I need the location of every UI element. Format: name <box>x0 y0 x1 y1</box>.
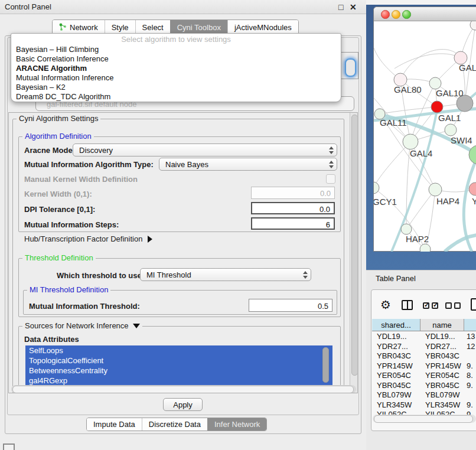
zoom-traffic-light-icon[interactable] <box>402 10 411 19</box>
table-row[interactable]: YER054CYER054C8. <box>372 371 476 381</box>
table-row[interactable]: YBR045CYBR045C9. <box>372 381 476 391</box>
expand-right-icon <box>148 236 152 243</box>
mi-type-combo[interactable]: Naive Bayes <box>159 158 337 171</box>
dropdown-item[interactable]: Mutual Information Inference <box>11 73 341 83</box>
dropdown-item[interactable]: Bayesian – K2 <box>11 83 341 92</box>
network-node[interactable] <box>470 21 476 30</box>
list-item-selected[interactable]: TopologicalCoefficient <box>25 356 332 366</box>
network-node[interactable] <box>469 182 476 195</box>
node-label: GCY1 <box>374 197 397 207</box>
network-node[interactable] <box>429 183 442 196</box>
scrollbar-thumb[interactable] <box>374 415 473 423</box>
list-item-selected[interactable]: gal4RGexp <box>25 376 332 386</box>
expand-down-icon[interactable] <box>133 324 140 328</box>
dropdown-item[interactable]: Basic Correlation Inference <box>11 54 341 64</box>
gear-icon[interactable]: ⚙ <box>380 298 391 312</box>
deselect-all-checkbox-icon[interactable] <box>454 302 461 309</box>
list-scrollbar-thumb[interactable] <box>322 347 329 383</box>
table-row[interactable]: YLR345WYLR345W9. <box>372 400 476 410</box>
settings-horizontal-scrollbar[interactable] <box>11 385 356 393</box>
dropdown-item[interactable]: Dream8 DC_TDC Algorithm <box>11 92 341 102</box>
select-all-checkbox-icon[interactable]: ✓ <box>423 302 429 309</box>
column-header-partial[interactable] <box>464 319 476 331</box>
network-window-titlebar[interactable] <box>374 7 476 21</box>
cyni-bottom-tabs: Impute Data Discretize Data Infer Networ… <box>86 418 267 431</box>
table-row[interactable]: YDL19...YDL19...13 <box>372 332 476 342</box>
table-horizontal-scrollbar[interactable] <box>373 415 476 423</box>
table-row[interactable]: YBR043CYBR043C <box>372 351 476 361</box>
mi-threshold-field[interactable]: 0.5 <box>249 299 332 312</box>
node-label: HAP2 <box>406 234 429 244</box>
network-node[interactable] <box>374 182 379 194</box>
tab-label: Select <box>142 23 164 32</box>
tab-impute-data[interactable]: Impute Data <box>87 418 142 431</box>
aracne-mode-label: Aracne Mode: <box>24 146 75 155</box>
column-header-shared-name[interactable]: shared... <box>372 319 420 331</box>
tab-network[interactable]: Network <box>53 20 105 34</box>
tab-cyni-toolbox[interactable]: Cyni Toolbox <box>170 20 227 34</box>
node-label: GAL <box>459 63 476 73</box>
manual-kernel-checkbox[interactable] <box>326 174 335 184</box>
dropdown-item-selected[interactable]: ARACNE Algorithm <box>11 64 341 73</box>
node-label: HAP4 <box>436 196 459 206</box>
mi-threshold-label: Mutual Information Threshold: <box>29 302 140 311</box>
mi-steps-field[interactable]: 6 <box>251 217 335 230</box>
kernel-width-label: Kernel Width (0,1): <box>24 190 92 198</box>
collapsed-panel-icon[interactable] <box>3 444 15 450</box>
select-all-checkbox-icon[interactable]: ✓ <box>432 302 438 309</box>
list-item-selected[interactable]: BetweennessCentrality <box>25 366 332 376</box>
tab-style[interactable]: Style <box>105 20 135 34</box>
hub-definition-expander[interactable]: Hub/Transcription Factor Definition <box>24 234 152 243</box>
hub-definition-label: Hub/Transcription Factor Definition <box>24 234 142 243</box>
data-attributes-list: SelfLoops TopologicalCoefficient Between… <box>25 345 332 386</box>
settings-vertical-scrollbar[interactable] <box>350 113 358 393</box>
combo-value: Discovery <box>73 146 326 155</box>
table-row[interactable]: YPR145WYPR145W9. <box>372 361 476 371</box>
network-node[interactable] <box>420 244 431 252</box>
node-label: SWI4 <box>451 135 472 145</box>
network-node[interactable] <box>401 224 412 234</box>
network-graph-canvas[interactable]: GAL GAL80 GAL10 GAL1 GAL11 SWI4 GAL4 GCY… <box>374 21 476 252</box>
tab-label: Infer Network <box>214 418 260 431</box>
network-node[interactable] <box>445 124 457 136</box>
close-icon[interactable]: ✕ <box>350 2 357 12</box>
table-panel-title: Table Panel <box>376 274 416 283</box>
node-label: GAL4 <box>410 148 432 158</box>
list-item-selected[interactable]: SelfLoops <box>25 345 332 356</box>
combo-stepper-focused[interactable] <box>345 58 356 77</box>
node-label: GAL1 <box>438 113 461 123</box>
mi-type-label: Mutual Information Algorithm Type: <box>24 160 154 169</box>
network-node[interactable] <box>429 77 441 89</box>
combo-value: MI Threshold <box>141 270 300 279</box>
group-title: Cyni Algorithm Settings <box>19 114 98 123</box>
columns-icon[interactable] <box>402 300 413 310</box>
dpi-tolerance-field[interactable]: 0.0 <box>251 202 335 214</box>
tab-jactivemnodules[interactable]: jActiveMNodules <box>227 20 298 34</box>
which-threshold-combo[interactable]: MI Threshold <box>140 268 311 281</box>
float-window-icon[interactable]: □ <box>338 2 343 12</box>
scrollbar-thumb[interactable] <box>351 115 358 376</box>
deselect-all-checkbox-icon[interactable] <box>445 302 452 309</box>
tab-infer-network[interactable]: Infer Network <box>207 418 266 431</box>
close-traffic-light-icon[interactable] <box>381 10 390 19</box>
tab-select[interactable]: Select <box>135 20 170 34</box>
tab-discretize-data[interactable]: Discretize Data <box>142 418 207 431</box>
table-row[interactable]: YDR27...YDR27...12 <box>372 342 476 352</box>
tab-label: Network <box>70 23 98 32</box>
column-header-name[interactable]: name <box>420 319 464 331</box>
minimize-traffic-light-icon[interactable] <box>392 10 400 19</box>
dpi-tolerance-label: DPI Tolerance [0,1]: <box>24 205 95 214</box>
scrollbar-thumb[interactable] <box>12 386 354 393</box>
group-title: MI Threshold Definition <box>30 285 108 294</box>
network-node[interactable] <box>403 134 418 149</box>
table-row[interactable]: YBL079WYBL079W <box>372 390 476 400</box>
aracne-mode-combo[interactable]: Discovery <box>73 144 337 156</box>
inference-algorithm-combo-fragment <box>340 52 358 79</box>
export-table-icon[interactable] <box>471 298 476 311</box>
dropdown-item[interactable]: Bayesian – Hill Climbing <box>11 45 341 54</box>
tab-label: Discretize Data <box>149 418 201 431</box>
cyni-settings-scroll-area: Cyni Algorithm Settings Algorithm Defini… <box>8 112 358 393</box>
apply-button[interactable]: Apply <box>163 398 203 411</box>
network-node[interactable] <box>431 101 443 113</box>
algorithm-dropdown-list: Select algorithm to view settings Bayesi… <box>11 33 341 102</box>
